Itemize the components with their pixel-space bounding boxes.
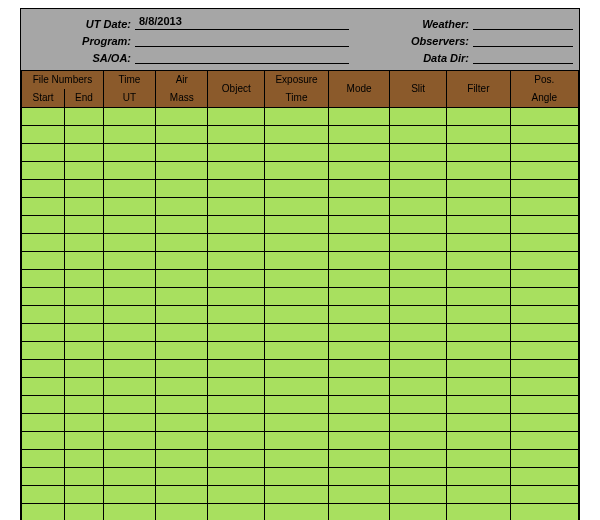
cell[interactable] bbox=[65, 396, 104, 414]
cell[interactable] bbox=[328, 378, 389, 396]
cell[interactable] bbox=[208, 252, 265, 270]
cell[interactable] bbox=[328, 360, 389, 378]
cell[interactable] bbox=[208, 270, 265, 288]
table-row[interactable] bbox=[22, 234, 579, 252]
cell[interactable] bbox=[208, 162, 265, 180]
cell[interactable] bbox=[22, 504, 65, 521]
cell[interactable] bbox=[22, 198, 65, 216]
cell[interactable] bbox=[328, 468, 389, 486]
cell[interactable] bbox=[328, 414, 389, 432]
cell[interactable] bbox=[22, 252, 65, 270]
cell[interactable] bbox=[510, 324, 578, 342]
cell[interactable] bbox=[22, 360, 65, 378]
cell[interactable] bbox=[65, 180, 104, 198]
cell[interactable] bbox=[103, 180, 155, 198]
cell[interactable] bbox=[390, 108, 447, 126]
cell[interactable] bbox=[510, 342, 578, 360]
cell[interactable] bbox=[103, 234, 155, 252]
cell[interactable] bbox=[103, 144, 155, 162]
cell[interactable] bbox=[390, 342, 447, 360]
cell[interactable] bbox=[328, 504, 389, 521]
cell[interactable] bbox=[65, 108, 104, 126]
cell[interactable] bbox=[510, 288, 578, 306]
cell[interactable] bbox=[265, 324, 329, 342]
cell[interactable] bbox=[103, 360, 155, 378]
table-row[interactable] bbox=[22, 108, 579, 126]
cell[interactable] bbox=[65, 360, 104, 378]
cell[interactable] bbox=[208, 288, 265, 306]
cell[interactable] bbox=[208, 198, 265, 216]
cell[interactable] bbox=[65, 432, 104, 450]
cell[interactable] bbox=[65, 504, 104, 521]
cell[interactable] bbox=[510, 270, 578, 288]
cell[interactable] bbox=[103, 252, 155, 270]
cell[interactable] bbox=[22, 342, 65, 360]
cell[interactable] bbox=[65, 324, 104, 342]
table-row[interactable] bbox=[22, 252, 579, 270]
value-program[interactable] bbox=[135, 32, 349, 47]
cell[interactable] bbox=[65, 162, 104, 180]
cell[interactable] bbox=[390, 432, 447, 450]
cell[interactable] bbox=[22, 108, 65, 126]
cell[interactable] bbox=[65, 270, 104, 288]
cell[interactable] bbox=[510, 108, 578, 126]
cell[interactable] bbox=[22, 162, 65, 180]
cell[interactable] bbox=[447, 504, 511, 521]
cell[interactable] bbox=[22, 288, 65, 306]
cell[interactable] bbox=[265, 414, 329, 432]
cell[interactable] bbox=[265, 396, 329, 414]
cell[interactable] bbox=[447, 396, 511, 414]
cell[interactable] bbox=[22, 270, 65, 288]
cell[interactable] bbox=[510, 486, 578, 504]
cell[interactable] bbox=[390, 198, 447, 216]
table-row[interactable] bbox=[22, 180, 579, 198]
cell[interactable] bbox=[156, 108, 208, 126]
value-ut-date[interactable]: 8/8/2013 bbox=[135, 15, 349, 30]
value-sa-oa[interactable] bbox=[135, 49, 349, 64]
value-observers[interactable] bbox=[473, 32, 573, 47]
table-row[interactable] bbox=[22, 216, 579, 234]
cell[interactable] bbox=[390, 126, 447, 144]
cell[interactable] bbox=[156, 216, 208, 234]
cell[interactable] bbox=[447, 378, 511, 396]
table-row[interactable] bbox=[22, 486, 579, 504]
cell[interactable] bbox=[447, 180, 511, 198]
cell[interactable] bbox=[510, 414, 578, 432]
cell[interactable] bbox=[208, 360, 265, 378]
cell[interactable] bbox=[103, 504, 155, 521]
cell[interactable] bbox=[390, 468, 447, 486]
cell[interactable] bbox=[390, 324, 447, 342]
cell[interactable] bbox=[390, 360, 447, 378]
cell[interactable] bbox=[265, 108, 329, 126]
cell[interactable] bbox=[447, 486, 511, 504]
cell[interactable] bbox=[156, 504, 208, 521]
cell[interactable] bbox=[265, 288, 329, 306]
cell[interactable] bbox=[328, 270, 389, 288]
table-row[interactable] bbox=[22, 414, 579, 432]
cell[interactable] bbox=[22, 306, 65, 324]
cell[interactable] bbox=[328, 108, 389, 126]
cell[interactable] bbox=[510, 396, 578, 414]
cell[interactable] bbox=[447, 288, 511, 306]
cell[interactable] bbox=[510, 180, 578, 198]
cell[interactable] bbox=[265, 144, 329, 162]
cell[interactable] bbox=[447, 234, 511, 252]
cell[interactable] bbox=[510, 450, 578, 468]
cell[interactable] bbox=[510, 126, 578, 144]
cell[interactable] bbox=[65, 216, 104, 234]
table-row[interactable] bbox=[22, 270, 579, 288]
cell[interactable] bbox=[265, 216, 329, 234]
table-row[interactable] bbox=[22, 306, 579, 324]
cell[interactable] bbox=[510, 234, 578, 252]
table-row[interactable] bbox=[22, 504, 579, 521]
cell[interactable] bbox=[103, 288, 155, 306]
cell[interactable] bbox=[156, 234, 208, 252]
cell[interactable] bbox=[390, 378, 447, 396]
cell[interactable] bbox=[103, 450, 155, 468]
cell[interactable] bbox=[103, 108, 155, 126]
cell[interactable] bbox=[208, 180, 265, 198]
cell[interactable] bbox=[510, 198, 578, 216]
cell[interactable] bbox=[265, 486, 329, 504]
cell[interactable] bbox=[208, 108, 265, 126]
cell[interactable] bbox=[328, 162, 389, 180]
